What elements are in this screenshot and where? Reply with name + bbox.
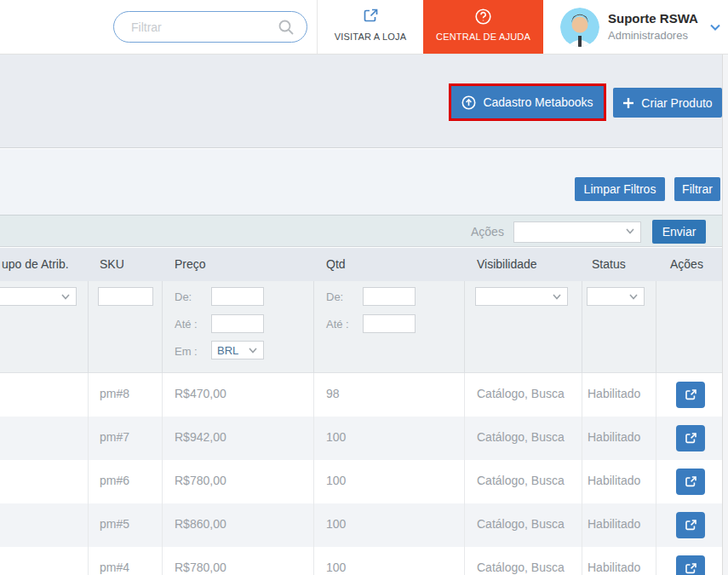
external-link-icon xyxy=(685,562,697,575)
external-link-icon xyxy=(685,475,697,488)
cell-sku: pm#5 xyxy=(100,517,129,531)
topbar: VISITAR A LOJA CENTRAL DE AJUDA Suporte xyxy=(0,0,728,55)
search-input[interactable] xyxy=(131,12,276,42)
price-from-label: De: xyxy=(175,290,192,303)
visibility-filter-select[interactable] xyxy=(475,287,568,306)
external-link-icon xyxy=(685,388,697,401)
upload-circle-icon xyxy=(461,95,476,110)
qty-from-label: De: xyxy=(326,290,343,303)
help-center-label: CENTRAL DE AJUDA xyxy=(423,32,543,42)
cell-sku: pm#6 xyxy=(100,474,129,487)
cell-status: Habilitado xyxy=(588,387,640,400)
cell-status: Habilitado xyxy=(588,561,640,574)
limpar-filtros-button[interactable]: Limpar Filtros xyxy=(575,177,665,201)
cadastro-metabooks-button[interactable]: Cadastro Metabooks xyxy=(451,86,604,118)
price-to-input[interactable] xyxy=(211,314,264,333)
qty-to-input[interactable] xyxy=(363,314,416,333)
cell-price: R$780,00 xyxy=(175,561,226,574)
global-search xyxy=(113,11,307,43)
cell-visibility: Catálogo, Busca xyxy=(477,474,565,487)
cell-sku: pm#8 xyxy=(100,387,129,400)
table-row[interactable]: pm#5 R$860,00 100 Catálogo, Busca Habili… xyxy=(0,503,722,547)
search-icon[interactable] xyxy=(278,19,295,36)
external-link-icon xyxy=(363,8,379,26)
question-circle-icon xyxy=(474,8,492,26)
table-header: upo de Atrib. SKU Preço Qtd Visibilidade… xyxy=(0,248,722,281)
right-gutter xyxy=(722,55,728,575)
currency-value: BRL xyxy=(217,344,238,357)
attrib-filter-select[interactable] xyxy=(0,287,77,306)
cell-visibility: Catálogo, Busca xyxy=(477,561,565,574)
chevron-down-icon xyxy=(60,291,71,302)
table-row[interactable]: pm#6 R$780,00 100 Catálogo, Busca Habili… xyxy=(0,460,722,503)
price-from-input[interactable] xyxy=(211,287,264,306)
table-row[interactable]: pm#4 R$780,00 100 Catálogo, Busca Habili… xyxy=(0,547,722,575)
col-header-preco[interactable]: Preço xyxy=(175,257,206,271)
user-name: Suporte RSWA xyxy=(608,11,698,26)
qty-from-input[interactable] xyxy=(363,287,416,306)
cell-price: R$470,00 xyxy=(175,387,226,400)
currency-select[interactable]: BRL xyxy=(211,341,264,359)
open-product-button[interactable] xyxy=(676,512,705,538)
chevron-down-icon xyxy=(628,291,639,302)
visit-store-label: VISITAR A LOJA xyxy=(318,32,423,42)
cell-price: R$942,00 xyxy=(175,430,226,444)
price-to-label: Até : xyxy=(175,318,198,331)
cell-status: Habilitado xyxy=(588,517,640,531)
open-product-button[interactable] xyxy=(676,425,705,451)
sku-filter-input[interactable] xyxy=(98,287,153,306)
open-product-button[interactable] xyxy=(676,555,705,575)
cell-price: R$780,00 xyxy=(175,474,226,487)
open-product-button[interactable] xyxy=(676,382,705,408)
admin-products-screen: VISITAR A LOJA CENTRAL DE AJUDA Suporte xyxy=(0,0,728,575)
user-role: Administradores xyxy=(608,29,688,42)
cell-qty: 100 xyxy=(326,474,346,487)
help-center-button[interactable]: CENTRAL DE AJUDA xyxy=(423,0,543,54)
cell-sku: pm#7 xyxy=(100,430,129,444)
table-filter-row: De: Até : Em : BRL De: Até : xyxy=(0,281,722,373)
cell-visibility: Catálogo, Busca xyxy=(477,387,565,400)
enviar-button[interactable]: Enviar xyxy=(652,220,706,244)
col-header-visibilidade[interactable]: Visibilidade xyxy=(477,257,537,271)
annotation-highlight-box: Cadastro Metabooks xyxy=(449,83,606,121)
open-product-button[interactable] xyxy=(676,469,705,495)
external-link-icon xyxy=(685,519,697,532)
cell-status: Habilitado xyxy=(588,474,640,487)
user-avatar[interactable] xyxy=(560,8,599,47)
col-header-status[interactable]: Status xyxy=(592,257,626,271)
col-header-sku[interactable]: SKU xyxy=(100,257,124,271)
cell-visibility: Catálogo, Busca xyxy=(477,430,565,444)
user-menu-chevron-down-icon[interactable] xyxy=(709,21,721,33)
col-header-acoes: Ações xyxy=(670,257,703,271)
criar-produto-button[interactable]: Criar Produto xyxy=(613,88,722,118)
external-link-icon xyxy=(685,432,697,445)
cell-sku: pm#4 xyxy=(100,561,129,574)
table-row[interactable]: pm#8 R$470,00 98 Catálogo, Busca Habilit… xyxy=(0,373,722,417)
chevron-down-icon xyxy=(552,291,562,302)
filtrar-button[interactable]: Filtrar xyxy=(674,177,720,201)
cell-qty: 98 xyxy=(326,387,340,400)
cell-qty: 100 xyxy=(326,430,346,444)
visit-store-button[interactable]: VISITAR A LOJA xyxy=(318,0,423,54)
cell-qty: 100 xyxy=(326,561,346,574)
cadastro-metabooks-label: Cadastro Metabooks xyxy=(483,95,593,109)
chevron-down-icon xyxy=(248,345,258,355)
chevron-down-icon xyxy=(625,226,635,236)
cell-qty: 100 xyxy=(326,517,346,531)
status-filter-select[interactable] xyxy=(587,287,645,306)
criar-produto-label: Criar Produto xyxy=(641,96,712,110)
col-header-attrib[interactable]: upo de Atrib. xyxy=(2,257,69,271)
col-header-qtd[interactable]: Qtd xyxy=(326,257,346,271)
filter-col-acoes xyxy=(656,281,722,373)
table-row[interactable]: pm#7 R$942,00 100 Catálogo, Busca Habili… xyxy=(0,417,722,460)
plus-icon xyxy=(622,97,634,109)
mass-actions-select[interactable] xyxy=(513,221,641,243)
cell-price: R$860,00 xyxy=(175,517,226,531)
mass-actions-label: Ações xyxy=(471,225,504,239)
qty-to-label: Até : xyxy=(326,318,349,331)
cell-visibility: Catálogo, Busca xyxy=(477,517,565,531)
price-in-label: Em : xyxy=(175,345,198,358)
cell-status: Habilitado xyxy=(588,430,640,444)
